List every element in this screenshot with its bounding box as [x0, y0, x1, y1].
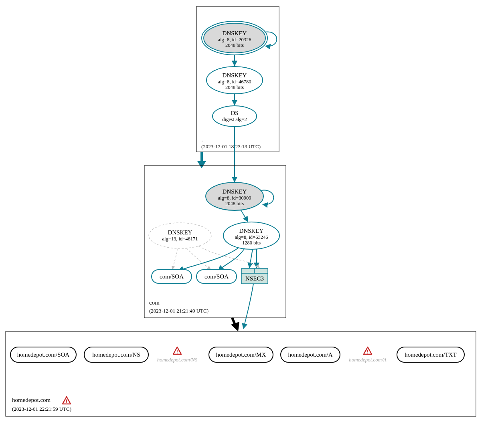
- edge-nsec3-hd: [243, 284, 253, 329]
- hd-soa[interactable]: homedepot.com/SOA: [10, 347, 76, 362]
- root-dnskey-ksk[interactable]: DNSKEY alg=8, id=20326 2048 bits: [202, 21, 267, 55]
- svg-text:DS: DS: [231, 110, 238, 116]
- svg-text:1280 bits: 1280 bits: [242, 240, 261, 246]
- edge-alt-soa1: [172, 248, 178, 269]
- com-dnskey-zsk[interactable]: DNSKEY alg=8, id=63246 1280 bits: [223, 222, 279, 249]
- warning-icon: !: [364, 347, 372, 355]
- edge-com-ksk-zsk: [241, 210, 248, 222]
- hd-ns[interactable]: homedepot.com/NS: [84, 347, 148, 362]
- svg-rect-33: [6, 331, 476, 416]
- svg-text:alg=8, id=63246: alg=8, id=63246: [235, 234, 268, 240]
- com-soa-2[interactable]: com/SOA: [196, 270, 237, 283]
- svg-text:homedepot.com/NS: homedepot.com/NS: [92, 351, 140, 358]
- svg-text:alg=13, id=46171: alg=13, id=46171: [162, 236, 198, 242]
- svg-text:com/SOA: com/SOA: [204, 273, 229, 280]
- hd-ns-warning[interactable]: ! homedepot.com/NS: [157, 347, 198, 363]
- svg-text:!: !: [367, 349, 368, 355]
- svg-text:homedepot.com/A: homedepot.com/A: [349, 357, 387, 363]
- svg-text:digest alg=2: digest alg=2: [222, 117, 247, 122]
- svg-text:DNSKEY: DNSKEY: [223, 72, 247, 79]
- svg-text:2048 bits: 2048 bits: [225, 42, 244, 48]
- svg-text:DNSKEY: DNSKEY: [223, 188, 247, 195]
- hd-txt[interactable]: homedepot.com/TXT: [397, 347, 464, 362]
- svg-text:alg=8, id=46780: alg=8, id=46780: [218, 79, 251, 85]
- com-nsec3[interactable]: NSEC3: [241, 268, 268, 284]
- svg-point-22: [149, 223, 211, 248]
- zone-hd-timestamp: (2023-12-01 22:21:59 UTC): [12, 406, 71, 412]
- zone-root-name: .: [201, 136, 203, 143]
- com-dnskey-ksk[interactable]: DNSKEY alg=8, id=30909 2048 bits: [206, 182, 263, 210]
- svg-text:DNSKEY: DNSKEY: [168, 229, 192, 236]
- com-soa-1[interactable]: com/SOA: [152, 270, 192, 283]
- zone-root: . (2023-12-01 18:23:13 UTC) DNSKEY alg=8…: [196, 6, 279, 152]
- edge-zsk-nsec3-left: [249, 249, 253, 268]
- svg-text:alg=8, id=30909: alg=8, id=30909: [218, 195, 251, 201]
- svg-point-10: [213, 106, 257, 127]
- svg-text:2048 bits: 2048 bits: [225, 85, 244, 90]
- svg-text:!: !: [176, 349, 178, 355]
- warning-icon[interactable]: !: [63, 397, 71, 404]
- svg-text:DNSKEY: DNSKEY: [239, 228, 264, 234]
- svg-text:homedepot.com/A: homedepot.com/A: [288, 351, 332, 358]
- hd-mx[interactable]: homedepot.com/MX: [209, 347, 273, 362]
- zone-homedepot: homedepot.com (2023-12-01 22:21:59 UTC) …: [6, 331, 476, 416]
- zone-com-timestamp: (2023-12-01 21:21:49 UTC): [149, 308, 208, 314]
- svg-text:homedepot.com/TXT: homedepot.com/TXT: [405, 351, 457, 358]
- svg-text:homedepot.com/SOA: homedepot.com/SOA: [17, 351, 70, 358]
- hd-a[interactable]: homedepot.com/A: [281, 347, 340, 362]
- hd-a-warning[interactable]: ! homedepot.com/A: [349, 347, 387, 363]
- dnssec-diagram: . (2023-12-01 18:23:13 UTC) DNSKEY alg=8…: [0, 0, 504, 440]
- zone-root-timestamp: (2023-12-01 18:23:13 UTC): [201, 143, 261, 149]
- svg-text:!: !: [66, 398, 67, 404]
- svg-text:NSEC3: NSEC3: [245, 275, 264, 282]
- zone-com: com (2023-12-01 21:21:49 UTC) DNSKEY alg…: [144, 166, 286, 318]
- svg-text:alg=8, id=20326: alg=8, id=20326: [218, 37, 251, 42]
- svg-text:2048 bits: 2048 bits: [225, 201, 244, 206]
- warning-icon: !: [173, 347, 181, 355]
- edge-alt-soa2: [186, 248, 211, 269]
- root-ds[interactable]: DS digest alg=2: [213, 106, 257, 127]
- svg-text:DNSKEY: DNSKEY: [223, 30, 247, 36]
- com-dnskey-alt[interactable]: DNSKEY alg=13, id=46171: [149, 223, 211, 248]
- zone-com-name: com: [149, 299, 160, 306]
- svg-text:com/SOA: com/SOA: [160, 273, 184, 280]
- root-dnskey-zsk[interactable]: DNSKEY alg=8, id=46780 2048 bits: [206, 67, 263, 94]
- svg-text:homedepot.com/MX: homedepot.com/MX: [216, 351, 266, 358]
- zone-hd-name: homedepot.com: [12, 397, 51, 403]
- svg-text:homedepot.com/NS: homedepot.com/NS: [157, 357, 198, 363]
